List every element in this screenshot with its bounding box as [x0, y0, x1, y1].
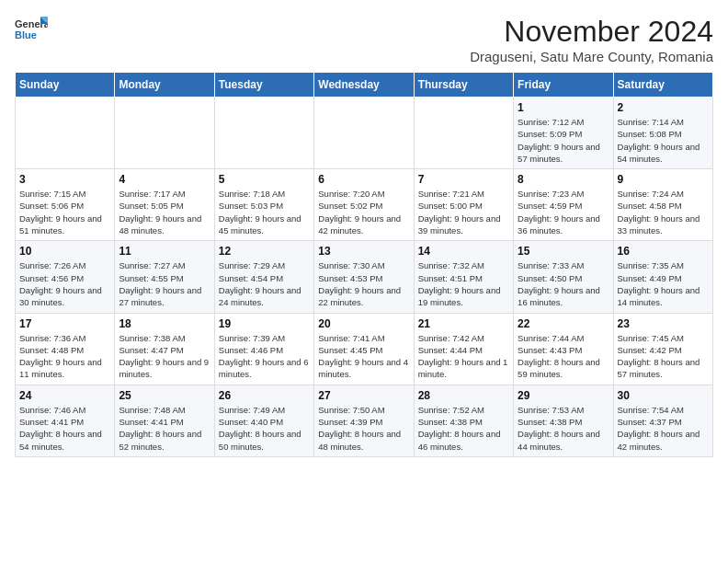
day-number: 23 — [618, 317, 709, 330]
calendar-cell: 27Sunrise: 7:50 AM Sunset: 4:39 PM Dayli… — [314, 385, 414, 456]
calendar-week-5: 24Sunrise: 7:46 AM Sunset: 4:41 PM Dayli… — [16, 385, 713, 456]
day-info: Sunrise: 7:12 AM Sunset: 5:09 PM Dayligh… — [518, 116, 609, 165]
day-info: Sunrise: 7:33 AM Sunset: 4:50 PM Dayligh… — [518, 259, 609, 308]
day-info: Sunrise: 7:23 AM Sunset: 4:59 PM Dayligh… — [518, 188, 609, 236]
header: General Blue November 2024 Draguseni, Sa… — [15, 15, 713, 64]
calendar-cell: 10Sunrise: 7:26 AM Sunset: 4:56 PM Dayli… — [16, 241, 115, 313]
header-day-saturday: Saturday — [613, 73, 712, 98]
day-info: Sunrise: 7:17 AM Sunset: 5:05 PM Dayligh… — [119, 188, 210, 236]
day-number: 21 — [418, 317, 509, 330]
day-info: Sunrise: 7:14 AM Sunset: 5:08 PM Dayligh… — [618, 116, 709, 165]
day-number: 14 — [418, 245, 509, 258]
day-info: Sunrise: 7:32 AM Sunset: 4:51 PM Dayligh… — [418, 259, 509, 308]
day-info: Sunrise: 7:41 AM Sunset: 4:45 PM Dayligh… — [318, 332, 409, 381]
calendar-cell: 15Sunrise: 7:33 AM Sunset: 4:50 PM Dayli… — [514, 241, 613, 313]
day-number: 22 — [518, 317, 609, 330]
day-info: Sunrise: 7:29 AM Sunset: 4:54 PM Dayligh… — [219, 259, 310, 308]
calendar-header: SundayMondayTuesdayWednesdayThursdayFrid… — [16, 73, 713, 98]
calendar-cell — [314, 98, 414, 169]
calendar-cell: 28Sunrise: 7:52 AM Sunset: 4:38 PM Dayli… — [414, 385, 513, 456]
day-number: 15 — [518, 245, 609, 258]
calendar-cell — [115, 98, 214, 169]
calendar-cell — [214, 98, 313, 169]
day-number: 30 — [618, 389, 709, 402]
calendar-cell: 3Sunrise: 7:15 AM Sunset: 5:06 PM Daylig… — [16, 169, 115, 241]
calendar-cell — [16, 98, 115, 169]
day-info: Sunrise: 7:42 AM Sunset: 4:44 PM Dayligh… — [418, 332, 509, 381]
header-row: SundayMondayTuesdayWednesdayThursdayFrid… — [16, 73, 713, 98]
day-info: Sunrise: 7:48 AM Sunset: 4:41 PM Dayligh… — [119, 404, 210, 453]
day-info: Sunrise: 7:50 AM Sunset: 4:39 PM Dayligh… — [318, 404, 409, 453]
day-info: Sunrise: 7:54 AM Sunset: 4:37 PM Dayligh… — [618, 404, 709, 453]
day-info: Sunrise: 7:27 AM Sunset: 4:55 PM Dayligh… — [119, 259, 210, 308]
day-number: 28 — [418, 389, 509, 402]
day-number: 27 — [318, 389, 409, 402]
logo-icon: General Blue — [15, 15, 48, 42]
day-number: 12 — [219, 245, 310, 258]
calendar-cell: 26Sunrise: 7:49 AM Sunset: 4:40 PM Dayli… — [214, 385, 313, 456]
calendar-cell: 12Sunrise: 7:29 AM Sunset: 4:54 PM Dayli… — [214, 241, 313, 313]
day-info: Sunrise: 7:44 AM Sunset: 4:43 PM Dayligh… — [518, 332, 609, 381]
day-number: 20 — [318, 317, 409, 330]
calendar-cell: 22Sunrise: 7:44 AM Sunset: 4:43 PM Dayli… — [514, 313, 613, 385]
day-number: 2 — [618, 101, 709, 114]
calendar-week-4: 17Sunrise: 7:36 AM Sunset: 4:48 PM Dayli… — [16, 313, 713, 385]
calendar-cell: 6Sunrise: 7:20 AM Sunset: 5:02 PM Daylig… — [314, 169, 414, 241]
day-number: 7 — [418, 173, 509, 186]
day-info: Sunrise: 7:20 AM Sunset: 5:02 PM Dayligh… — [318, 188, 409, 236]
day-number: 8 — [518, 173, 609, 186]
calendar-cell: 20Sunrise: 7:41 AM Sunset: 4:45 PM Dayli… — [314, 313, 414, 385]
day-info: Sunrise: 7:35 AM Sunset: 4:49 PM Dayligh… — [618, 259, 709, 308]
calendar-body: 1Sunrise: 7:12 AM Sunset: 5:09 PM Daylig… — [16, 98, 713, 457]
title-area: November 2024 Draguseni, Satu Mare Count… — [470, 15, 713, 64]
calendar-cell: 1Sunrise: 7:12 AM Sunset: 5:09 PM Daylig… — [514, 98, 613, 169]
calendar-week-1: 1Sunrise: 7:12 AM Sunset: 5:09 PM Daylig… — [16, 98, 713, 169]
calendar-cell: 23Sunrise: 7:45 AM Sunset: 4:42 PM Dayli… — [613, 313, 712, 385]
day-info: Sunrise: 7:21 AM Sunset: 5:00 PM Dayligh… — [418, 188, 509, 236]
day-number: 18 — [119, 317, 210, 330]
day-info: Sunrise: 7:39 AM Sunset: 4:46 PM Dayligh… — [219, 332, 310, 381]
calendar-table: SundayMondayTuesdayWednesdayThursdayFrid… — [15, 72, 713, 457]
calendar-cell: 19Sunrise: 7:39 AM Sunset: 4:46 PM Dayli… — [214, 313, 313, 385]
calendar-cell: 11Sunrise: 7:27 AM Sunset: 4:55 PM Dayli… — [115, 241, 214, 313]
header-day-sunday: Sunday — [16, 73, 115, 98]
logo: General Blue — [15, 15, 48, 42]
calendar-week-2: 3Sunrise: 7:15 AM Sunset: 5:06 PM Daylig… — [16, 169, 713, 241]
day-info: Sunrise: 7:38 AM Sunset: 4:47 PM Dayligh… — [119, 332, 210, 381]
day-number: 16 — [618, 245, 709, 258]
header-day-wednesday: Wednesday — [314, 73, 414, 98]
calendar-cell: 21Sunrise: 7:42 AM Sunset: 4:44 PM Dayli… — [414, 313, 513, 385]
day-number: 11 — [119, 245, 210, 258]
day-info: Sunrise: 7:45 AM Sunset: 4:42 PM Dayligh… — [618, 332, 709, 381]
calendar-cell: 8Sunrise: 7:23 AM Sunset: 4:59 PM Daylig… — [514, 169, 613, 241]
day-number: 9 — [618, 173, 709, 186]
day-number: 5 — [219, 173, 310, 186]
calendar-cell: 4Sunrise: 7:17 AM Sunset: 5:05 PM Daylig… — [115, 169, 214, 241]
page-subtitle: Draguseni, Satu Mare County, Romania — [470, 49, 713, 64]
day-number: 6 — [318, 173, 409, 186]
day-info: Sunrise: 7:53 AM Sunset: 4:38 PM Dayligh… — [518, 404, 609, 453]
calendar-cell: 5Sunrise: 7:18 AM Sunset: 5:03 PM Daylig… — [214, 169, 313, 241]
day-info: Sunrise: 7:49 AM Sunset: 4:40 PM Dayligh… — [219, 404, 310, 453]
day-number: 3 — [19, 173, 110, 186]
calendar-cell: 30Sunrise: 7:54 AM Sunset: 4:37 PM Dayli… — [613, 385, 712, 456]
calendar-cell: 7Sunrise: 7:21 AM Sunset: 5:00 PM Daylig… — [414, 169, 513, 241]
day-info: Sunrise: 7:52 AM Sunset: 4:38 PM Dayligh… — [418, 404, 509, 453]
day-number: 24 — [19, 389, 110, 402]
calendar-cell: 24Sunrise: 7:46 AM Sunset: 4:41 PM Dayli… — [16, 385, 115, 456]
header-day-tuesday: Tuesday — [214, 73, 313, 98]
calendar-cell: 25Sunrise: 7:48 AM Sunset: 4:41 PM Dayli… — [115, 385, 214, 456]
day-info: Sunrise: 7:15 AM Sunset: 5:06 PM Dayligh… — [19, 188, 110, 236]
day-number: 1 — [518, 101, 609, 114]
day-number: 4 — [119, 173, 210, 186]
calendar-cell — [414, 98, 513, 169]
calendar-cell: 14Sunrise: 7:32 AM Sunset: 4:51 PM Dayli… — [414, 241, 513, 313]
day-number: 26 — [219, 389, 310, 402]
day-info: Sunrise: 7:18 AM Sunset: 5:03 PM Dayligh… — [219, 188, 310, 236]
calendar-cell: 13Sunrise: 7:30 AM Sunset: 4:53 PM Dayli… — [314, 241, 414, 313]
header-day-friday: Friday — [514, 73, 613, 98]
day-number: 29 — [518, 389, 609, 402]
header-day-monday: Monday — [115, 73, 214, 98]
svg-text:Blue: Blue — [15, 29, 37, 40]
calendar-cell: 16Sunrise: 7:35 AM Sunset: 4:49 PM Dayli… — [613, 241, 712, 313]
